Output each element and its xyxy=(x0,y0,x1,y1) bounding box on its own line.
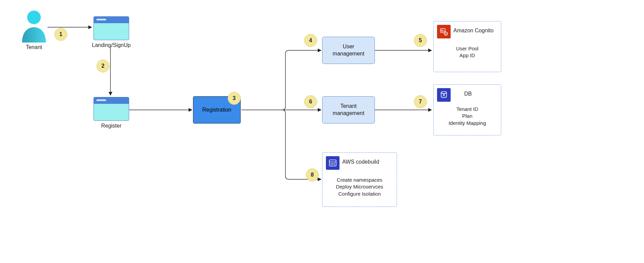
db-line-2: Plan xyxy=(434,113,501,119)
tenant-management-box: Tenant management xyxy=(322,96,375,124)
codebuild-line-1: Create namespaces xyxy=(323,177,397,183)
landing-label: Landing/SignUp xyxy=(82,42,141,48)
codebuild-body: Create namespaces Deploy Microservces Co… xyxy=(323,177,397,197)
step-badge-4: 4 xyxy=(304,34,317,47)
cognito-icon xyxy=(437,25,451,38)
registration-label: Registration xyxy=(202,107,231,113)
db-callout: DB Tenant ID Plan Identity Mapping xyxy=(433,84,501,135)
tenant-icon xyxy=(19,9,49,43)
register-page-icon xyxy=(93,97,129,121)
step-badge-7: 7 xyxy=(414,95,427,108)
user-management-label: User management xyxy=(333,43,364,57)
cognito-title: Amazon Cognito xyxy=(453,28,493,34)
db-icon xyxy=(437,88,451,102)
svg-point-0 xyxy=(27,11,41,24)
landing-page-icon xyxy=(93,16,129,40)
step-badge-8: 8 xyxy=(306,168,319,181)
db-title: DB xyxy=(464,91,472,97)
db-body: Tenant ID Plan Identity Mapping xyxy=(434,106,501,127)
codebuild-line-3: Configure Isolation xyxy=(323,191,397,197)
step-badge-3: 3 xyxy=(228,92,241,105)
codebuild-line-2: Deploy Microservces xyxy=(323,183,397,190)
cognito-callout: Amazon Cognito User Pool App ID xyxy=(433,21,501,72)
user-management-box: User management xyxy=(322,37,375,64)
db-line-3: Identity Mapping xyxy=(434,120,501,127)
diagram-canvas: Tenant Landing/SignUp Register Registrat… xyxy=(0,0,644,263)
tenant-management-label: Tenant management xyxy=(333,103,364,117)
register-label: Register xyxy=(93,123,129,129)
codebuild-callout: AWS codebuild Create namespaces Deploy M… xyxy=(322,152,397,207)
svg-point-2 xyxy=(441,30,443,32)
step-badge-6: 6 xyxy=(304,95,317,108)
cognito-body: User Pool App ID xyxy=(434,45,501,59)
db-line-1: Tenant ID xyxy=(434,106,501,113)
step-badge-1: 1 xyxy=(54,28,67,41)
cognito-line-1: User Pool xyxy=(434,45,501,52)
codebuild-icon xyxy=(326,156,340,170)
svg-rect-5 xyxy=(329,160,336,166)
cognito-line-2: App ID xyxy=(434,52,501,59)
tenant-label: Tenant xyxy=(19,44,49,50)
step-badge-5: 5 xyxy=(414,34,427,47)
svg-point-4 xyxy=(441,92,447,94)
codebuild-title: AWS codebuild xyxy=(342,159,379,165)
step-badge-2: 2 xyxy=(97,60,109,72)
